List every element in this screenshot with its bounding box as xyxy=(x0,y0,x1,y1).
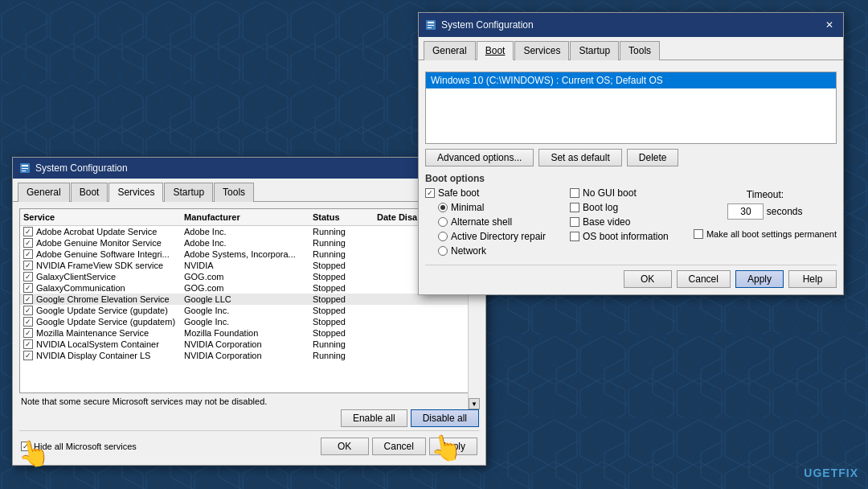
os-entry[interactable]: Windows 10 (C:\WINDOWS) : Current OS; De… xyxy=(426,72,836,88)
minimal-option[interactable]: Minimal xyxy=(438,202,546,213)
svg-rect-10 xyxy=(428,25,434,26)
tab-boot-right[interactable]: Boot xyxy=(477,41,514,60)
tab-general-right[interactable]: General xyxy=(424,41,476,60)
table-row[interactable]: Google Chrome Elevation Service Google L… xyxy=(20,294,478,305)
alternate-shell-option[interactable]: Alternate shell xyxy=(438,216,546,228)
enable-disable-buttons: Enable all Disable all xyxy=(19,409,479,427)
system-config-icon xyxy=(19,162,31,174)
service-checkbox[interactable] xyxy=(23,272,33,281)
boot-action-buttons: Advanced options... Set as default Delet… xyxy=(425,149,837,166)
os-boot-info-checkbox[interactable] xyxy=(570,232,579,241)
table-row[interactable]: NVIDIA Display Container LS NVIDIA Corpo… xyxy=(20,350,478,361)
other-boot-col: No GUI boot Boot log Base video OS xyxy=(570,187,669,257)
service-checkbox[interactable] xyxy=(23,283,33,293)
col-status: Status xyxy=(313,211,377,224)
svg-rect-6 xyxy=(22,168,28,169)
table-row[interactable]: NVIDIA FrameView SDK service NVIDIA Stop… xyxy=(20,260,478,271)
os-boot-info-label: OS boot information xyxy=(583,231,669,242)
close-button-right[interactable]: ✕ xyxy=(822,18,837,32)
tab-services-right[interactable]: Services xyxy=(514,41,569,60)
right-apply-button[interactable]: Apply xyxy=(735,270,784,288)
boot-options-left: Boot options Safe boot Minimal xyxy=(425,173,669,257)
minimal-radio[interactable] xyxy=(438,203,448,212)
base-video-option[interactable]: Base video xyxy=(570,216,669,228)
set-default-button[interactable]: Set as default xyxy=(538,149,621,166)
table-row[interactable]: Google Update Service (gupdatem) Google … xyxy=(20,316,478,327)
boot-log-checkbox[interactable] xyxy=(570,203,579,212)
system-config-boot-dialog: System Configuration ✕ General Boot Serv… xyxy=(418,12,844,295)
network-label: Network xyxy=(451,245,486,257)
timeout-input[interactable] xyxy=(727,203,764,220)
left-cancel-button[interactable]: Cancel xyxy=(372,438,426,455)
active-dir-repair-option[interactable]: Active Directory repair xyxy=(438,231,546,242)
no-gui-label: No GUI boot xyxy=(583,187,637,199)
no-gui-option[interactable]: No GUI boot xyxy=(570,187,669,199)
table-row[interactable]: Adobe Genuine Software Integri... Adobe … xyxy=(20,249,478,260)
minimal-label: Minimal xyxy=(451,202,484,213)
right-dialog-footer: OK Cancel Apply Help xyxy=(425,270,837,288)
right-cancel-button[interactable]: Cancel xyxy=(677,270,731,288)
table-row[interactable]: GalaxyCommunication GOG.com Stopped xyxy=(20,282,478,294)
timeout-section: Timeout: seconds Make all boot settings … xyxy=(694,173,837,239)
boot-log-option[interactable]: Boot log xyxy=(570,202,669,213)
base-video-checkbox[interactable] xyxy=(570,217,579,227)
table-row[interactable]: Adobe Acrobat Update Service Adobe Inc. … xyxy=(20,226,478,237)
boot-options-area: Boot options Safe boot Minimal xyxy=(425,173,837,257)
base-video-label: Base video xyxy=(583,216,630,228)
tab-startup-right[interactable]: Startup xyxy=(570,41,619,60)
table-row[interactable]: GalaxyClientService GOG.com Stopped xyxy=(20,271,478,282)
right-ok-button[interactable]: OK xyxy=(624,270,672,288)
network-option[interactable]: Network xyxy=(438,245,546,257)
seconds-label: seconds xyxy=(767,206,803,217)
service-checkbox[interactable] xyxy=(23,328,33,338)
tab-general-left[interactable]: General xyxy=(18,183,70,202)
table-row[interactable]: NVIDIA LocalSystem Container NVIDIA Corp… xyxy=(20,339,478,350)
left-ok-button[interactable]: OK xyxy=(321,438,369,455)
enable-all-button[interactable]: Enable all xyxy=(341,409,407,427)
left-dialog-content: Service Manufacturer Status Date Disable… xyxy=(13,202,485,465)
advanced-options-button[interactable]: Advanced options... xyxy=(425,149,534,166)
service-checkbox[interactable] xyxy=(23,238,33,248)
left-dialog-title: System Configuration xyxy=(35,162,128,174)
tab-tools-left[interactable]: Tools xyxy=(214,183,254,202)
left-apply-button[interactable]: Apply xyxy=(429,438,477,455)
disable-all-button[interactable]: Disable all xyxy=(411,409,479,427)
left-dialog-actions: OK Cancel Apply xyxy=(321,438,477,455)
service-checkbox[interactable] xyxy=(23,351,33,360)
service-checkbox[interactable] xyxy=(23,317,33,327)
table-row[interactable]: Google Update Service (gupdate) Google I… xyxy=(20,305,478,316)
delete-button[interactable]: Delete xyxy=(627,149,679,166)
tab-services-left[interactable]: Services xyxy=(108,183,163,202)
active-dir-radio[interactable] xyxy=(438,232,448,241)
right-help-button[interactable]: Help xyxy=(788,270,837,288)
service-checkbox[interactable] xyxy=(23,294,33,304)
hide-ms-checkbox[interactable] xyxy=(21,442,31,451)
network-radio[interactable] xyxy=(438,246,448,256)
service-checkbox[interactable] xyxy=(23,339,33,349)
scroll-down-btn[interactable]: ▼ xyxy=(469,398,480,409)
tab-startup-left[interactable]: Startup xyxy=(164,183,213,202)
table-row[interactable]: Mozilla Maintenance Service Mozilla Foun… xyxy=(20,327,478,339)
service-checkbox[interactable] xyxy=(23,261,33,270)
service-checkbox[interactable] xyxy=(23,306,33,315)
tab-boot-left[interactable]: Boot xyxy=(71,183,108,202)
os-list[interactable]: Windows 10 (C:\WINDOWS) : Current OS; De… xyxy=(425,72,837,144)
google-chrome-elevation: Google Chrome Elevation Service xyxy=(36,294,170,304)
left-dialog-footer: Hide all Microsoft services OK Cancel Ap… xyxy=(19,434,479,458)
right-dialog-title: System Configuration xyxy=(441,19,534,31)
os-boot-info-option[interactable]: OS boot information xyxy=(570,231,669,242)
make-permanent-checkbox[interactable] xyxy=(694,229,703,239)
service-checkbox[interactable] xyxy=(23,249,33,259)
safe-boot-label: Safe boot xyxy=(438,187,479,199)
col-manufacturer: Manufacturer xyxy=(184,211,313,224)
no-gui-checkbox[interactable] xyxy=(570,188,579,198)
boot-log-label: Boot log xyxy=(583,202,618,213)
table-row[interactable]: Adobe Genuine Monitor Service Adobe Inc.… xyxy=(20,237,478,249)
make-permanent-option[interactable]: Make all boot settings permanent xyxy=(694,229,837,239)
svg-rect-11 xyxy=(428,27,432,28)
safe-boot-option[interactable]: Safe boot xyxy=(425,187,546,199)
service-checkbox[interactable] xyxy=(23,227,33,236)
safe-boot-checkbox[interactable] xyxy=(425,188,435,198)
alternate-shell-radio[interactable] xyxy=(438,217,448,227)
tab-tools-right[interactable]: Tools xyxy=(620,41,660,60)
